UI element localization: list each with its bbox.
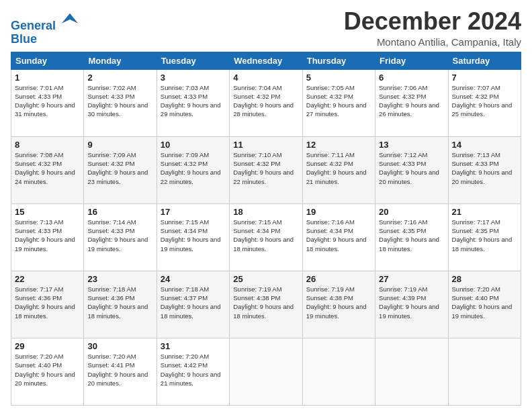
day-info: Sunrise: 7:02 AMSunset: 4:33 PMDaylight:…	[87, 83, 152, 119]
calendar-cell: 22Sunrise: 7:17 AMSunset: 4:36 PMDayligh…	[11, 271, 84, 338]
day-number: 19	[306, 207, 371, 217]
day-number: 29	[15, 341, 80, 351]
calendar-cell: 13Sunrise: 7:12 AMSunset: 4:33 PMDayligh…	[375, 136, 448, 203]
day-number: 30	[87, 341, 152, 351]
logo-line2: Blue	[11, 33, 79, 46]
calendar-cell: 6Sunrise: 7:06 AMSunset: 4:32 PMDaylight…	[375, 69, 448, 136]
header: General Blue December 2024 Montano Antil…	[11, 8, 521, 48]
calendar-cell: 9Sunrise: 7:09 AMSunset: 4:32 PMDaylight…	[84, 136, 157, 203]
calendar-cell	[302, 338, 375, 405]
day-info: Sunrise: 7:17 AMSunset: 4:36 PMDaylight:…	[15, 285, 80, 320]
day-number: 31	[161, 341, 226, 351]
day-info: Sunrise: 7:01 AMSunset: 4:33 PMDaylight:…	[15, 83, 80, 119]
calendar-cell: 7Sunrise: 7:07 AMSunset: 4:32 PMDaylight…	[448, 69, 521, 136]
calendar-cell: 2Sunrise: 7:02 AMSunset: 4:33 PMDaylight…	[84, 69, 157, 136]
calendar-cell: 5Sunrise: 7:05 AMSunset: 4:32 PMDaylight…	[302, 69, 375, 136]
logo-line1: General	[11, 19, 56, 32]
day-info: Sunrise: 7:20 AMSunset: 4:40 PMDaylight:…	[15, 352, 80, 387]
calendar-cell	[230, 338, 302, 405]
day-number: 6	[379, 73, 444, 83]
day-number: 28	[452, 274, 517, 284]
day-number: 22	[15, 274, 80, 284]
day-info: Sunrise: 7:06 AMSunset: 4:32 PMDaylight:…	[379, 83, 444, 119]
day-number: 5	[306, 73, 371, 83]
day-info: Sunrise: 7:14 AMSunset: 4:33 PMDaylight:…	[87, 218, 152, 253]
day-info: Sunrise: 7:18 AMSunset: 4:36 PMDaylight:…	[87, 285, 152, 320]
calendar-cell: 19Sunrise: 7:16 AMSunset: 4:34 PMDayligh…	[302, 203, 375, 271]
calendar-cell: 31Sunrise: 7:20 AMSunset: 4:42 PMDayligh…	[157, 338, 229, 405]
calendar-day-header: Tuesday	[157, 52, 229, 69]
day-number: 4	[233, 73, 298, 83]
calendar-cell: 20Sunrise: 7:16 AMSunset: 4:35 PMDayligh…	[375, 203, 448, 271]
calendar-cell	[375, 338, 448, 405]
calendar-cell: 15Sunrise: 7:13 AMSunset: 4:33 PMDayligh…	[11, 203, 84, 271]
calendar-cell: 17Sunrise: 7:15 AMSunset: 4:34 PMDayligh…	[157, 203, 229, 271]
day-info: Sunrise: 7:19 AMSunset: 4:38 PMDaylight:…	[233, 285, 298, 320]
calendar-cell: 23Sunrise: 7:18 AMSunset: 4:36 PMDayligh…	[84, 271, 157, 338]
day-number: 15	[15, 207, 80, 217]
day-number: 1	[15, 73, 80, 83]
day-number: 27	[379, 274, 444, 284]
page: General Blue December 2024 Montano Antil…	[0, 0, 532, 411]
day-number: 18	[233, 207, 298, 217]
calendar-cell: 12Sunrise: 7:11 AMSunset: 4:32 PMDayligh…	[302, 136, 375, 203]
day-number: 17	[161, 207, 226, 217]
day-number: 13	[379, 140, 444, 150]
day-info: Sunrise: 7:20 AMSunset: 4:42 PMDaylight:…	[161, 352, 226, 387]
calendar-cell: 8Sunrise: 7:08 AMSunset: 4:32 PMDaylight…	[11, 136, 84, 203]
svg-marker-0	[62, 13, 78, 24]
calendar-cell: 3Sunrise: 7:03 AMSunset: 4:33 PMDaylight…	[157, 69, 229, 136]
logo-text: General	[11, 11, 79, 33]
day-info: Sunrise: 7:20 AMSunset: 4:41 PMDaylight:…	[87, 352, 152, 387]
day-info: Sunrise: 7:10 AMSunset: 4:32 PMDaylight:…	[233, 150, 298, 186]
location-title: Montano Antilia, Campania, Italy	[344, 36, 521, 48]
day-number: 11	[233, 140, 298, 150]
day-number: 24	[161, 274, 226, 284]
calendar-day-header: Monday	[84, 52, 157, 69]
calendar-cell: 27Sunrise: 7:19 AMSunset: 4:39 PMDayligh…	[375, 271, 448, 338]
day-info: Sunrise: 7:09 AMSunset: 4:32 PMDaylight:…	[87, 150, 152, 186]
calendar-cell: 16Sunrise: 7:14 AMSunset: 4:33 PMDayligh…	[84, 203, 157, 271]
title-block: December 2024 Montano Antilia, Campania,…	[344, 8, 521, 48]
calendar-cell: 10Sunrise: 7:09 AMSunset: 4:32 PMDayligh…	[157, 136, 229, 203]
calendar-day-header: Friday	[375, 52, 448, 69]
calendar-day-header: Wednesday	[230, 52, 302, 69]
day-info: Sunrise: 7:09 AMSunset: 4:32 PMDaylight:…	[161, 150, 226, 186]
calendar-cell	[448, 338, 521, 405]
calendar-cell: 1Sunrise: 7:01 AMSunset: 4:33 PMDaylight…	[11, 69, 84, 136]
calendar-body: 1Sunrise: 7:01 AMSunset: 4:33 PMDaylight…	[11, 69, 521, 405]
day-number: 14	[452, 140, 517, 150]
day-info: Sunrise: 7:19 AMSunset: 4:38 PMDaylight:…	[306, 285, 371, 320]
day-info: Sunrise: 7:04 AMSunset: 4:32 PMDaylight:…	[233, 83, 298, 119]
calendar-week-row: 1Sunrise: 7:01 AMSunset: 4:33 PMDaylight…	[11, 69, 521, 136]
calendar-day-header: Sunday	[11, 52, 84, 69]
calendar-cell: 4Sunrise: 7:04 AMSunset: 4:32 PMDaylight…	[230, 69, 302, 136]
day-number: 9	[87, 140, 152, 150]
logo-bird-icon	[60, 11, 79, 30]
day-info: Sunrise: 7:16 AMSunset: 4:34 PMDaylight:…	[306, 218, 371, 253]
day-info: Sunrise: 7:19 AMSunset: 4:39 PMDaylight:…	[379, 285, 444, 320]
calendar-cell: 11Sunrise: 7:10 AMSunset: 4:32 PMDayligh…	[230, 136, 302, 203]
day-number: 8	[15, 140, 80, 150]
day-info: Sunrise: 7:20 AMSunset: 4:40 PMDaylight:…	[452, 285, 517, 320]
day-number: 25	[233, 274, 298, 284]
calendar-cell: 24Sunrise: 7:18 AMSunset: 4:37 PMDayligh…	[157, 271, 229, 338]
day-info: Sunrise: 7:12 AMSunset: 4:33 PMDaylight:…	[379, 150, 444, 186]
day-number: 16	[87, 207, 152, 217]
day-info: Sunrise: 7:18 AMSunset: 4:37 PMDaylight:…	[161, 285, 226, 320]
calendar-day-header: Saturday	[448, 52, 521, 69]
logo: General Blue	[11, 11, 79, 46]
calendar-cell: 29Sunrise: 7:20 AMSunset: 4:40 PMDayligh…	[11, 338, 84, 405]
day-info: Sunrise: 7:11 AMSunset: 4:32 PMDaylight:…	[306, 150, 371, 186]
day-info: Sunrise: 7:13 AMSunset: 4:33 PMDaylight:…	[452, 150, 517, 186]
day-number: 3	[161, 73, 226, 83]
day-info: Sunrise: 7:05 AMSunset: 4:32 PMDaylight:…	[306, 83, 371, 119]
calendar-week-row: 22Sunrise: 7:17 AMSunset: 4:36 PMDayligh…	[11, 271, 521, 338]
day-number: 7	[452, 73, 517, 83]
day-number: 2	[87, 73, 152, 83]
calendar-cell: 21Sunrise: 7:17 AMSunset: 4:35 PMDayligh…	[448, 203, 521, 271]
day-info: Sunrise: 7:13 AMSunset: 4:33 PMDaylight:…	[15, 218, 80, 253]
day-number: 21	[452, 207, 517, 217]
day-info: Sunrise: 7:07 AMSunset: 4:32 PMDaylight:…	[452, 83, 517, 119]
calendar-cell: 26Sunrise: 7:19 AMSunset: 4:38 PMDayligh…	[302, 271, 375, 338]
